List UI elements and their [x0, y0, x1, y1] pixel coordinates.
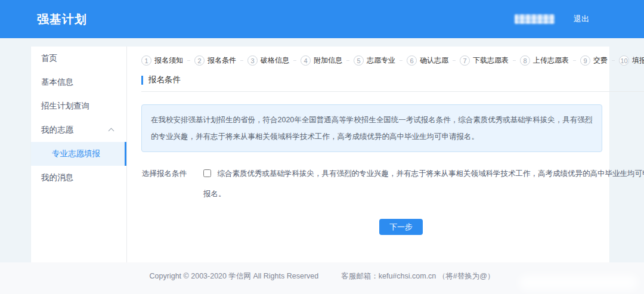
- sidebar-item-basic-info[interactable]: 基本信息: [31, 70, 126, 94]
- sidebar-item-label: 招生计划查询: [41, 101, 89, 112]
- eligibility-notice: 在我校安排强基计划招生的省份，符合2020年全国普通高等学校招生全国统一考试报名…: [141, 104, 602, 152]
- logout-link[interactable]: 退出: [574, 14, 589, 24]
- app-title: 强基计划: [37, 11, 87, 27]
- content-wrap: 首页 基本信息 招生计划查询 我的志愿 专业志愿填报 我的消息 1: [0, 38, 644, 262]
- choose-condition-label: 选择报名条件: [141, 163, 187, 204]
- step-label: 报名须知: [154, 55, 183, 66]
- application-stepper: 1 报名须知 2 报名条件 3 破格信息 4 附加信息: [141, 55, 644, 66]
- next-step-button[interactable]: 下一步: [379, 219, 423, 235]
- chevron-up-icon: [109, 128, 114, 134]
- step-preferred-majors: 5 志愿专业: [354, 55, 395, 66]
- service-email-text: 客服邮箱：kefu#chsi.com.cn （将#替换为@）: [341, 271, 494, 281]
- condition-checkbox-label[interactable]: 综合素质优秀或基础学科拔尖，具有强烈的专业兴趣，并有志于将来从事相关领域科学技术…: [203, 163, 644, 204]
- step-label: 破格信息: [261, 55, 289, 66]
- step-separator: [612, 60, 615, 61]
- step-separator: [400, 60, 402, 61]
- app-header: 强基计划 退出: [0, 0, 644, 38]
- sidebar-item-my-preferences[interactable]: 我的志愿: [31, 118, 126, 142]
- sidebar-item-my-messages[interactable]: 我的消息: [31, 166, 126, 190]
- step-payment: 9 交费: [580, 55, 608, 66]
- step-separator: [513, 60, 516, 61]
- step-label: 填报完成: [632, 55, 644, 66]
- sidebar: 首页 基本信息 招生计划查询 我的志愿 专业志愿填报 我的消息: [31, 47, 127, 262]
- sidebar-item-major-preference-filling[interactable]: 专业志愿填报: [31, 142, 126, 166]
- step-separator: [293, 60, 296, 61]
- copyright-text: Copyright © 2003-2020 学信网 All Rights Res…: [150, 271, 319, 281]
- step-number: 6: [407, 55, 417, 66]
- step-label: 上传志愿表: [533, 55, 569, 66]
- sidebar-item-enrollment-plan-query[interactable]: 招生计划查询: [31, 94, 126, 118]
- header-right: 退出: [515, 14, 589, 24]
- step-number: 10: [619, 55, 629, 66]
- step-separator: [240, 60, 243, 61]
- step-label: 附加信息: [314, 55, 342, 66]
- step-download-form: 7 下载志愿表: [460, 55, 509, 66]
- step-number: 8: [520, 55, 530, 66]
- section-title: 报名条件: [148, 75, 181, 85]
- step-additional-info: 4 附加信息: [301, 55, 342, 66]
- step-label: 下载志愿表: [473, 55, 509, 66]
- step-number: 5: [354, 55, 364, 66]
- step-separator: [453, 60, 456, 61]
- condition-checkbox-text: 综合素质优秀或基础学科拔尖，具有强烈的专业兴趣，并有志于将来从事相关领域科学技术…: [203, 169, 644, 198]
- step-label: 志愿专业: [367, 55, 395, 66]
- sidebar-item-label: 我的志愿: [41, 125, 73, 135]
- step-confirm-preferences: 6 确认志愿: [407, 55, 448, 66]
- step-separator: [346, 60, 349, 61]
- step-number: 3: [247, 55, 258, 66]
- sidebar-item-label: 基本信息: [41, 77, 73, 88]
- step-number: 2: [194, 55, 205, 66]
- watermark-blur: [519, 275, 638, 290]
- sidebar-item-label: 专业志愿填报: [52, 148, 100, 159]
- step-separator: [573, 60, 576, 61]
- section-header: 报名条件: [141, 75, 644, 92]
- step-exception-info: 3 破格信息: [247, 55, 289, 66]
- step-application-conditions: 2 报名条件: [194, 55, 236, 66]
- sidebar-item-home[interactable]: 首页: [31, 47, 126, 70]
- step-application-notice: 1 报名须知: [141, 55, 183, 66]
- sidebar-item-label: 我的消息: [41, 172, 73, 183]
- title-accent-bar: [141, 76, 143, 85]
- main-content: 1 报名须知 2 报名条件 3 破格信息 4 附加信息: [127, 47, 644, 262]
- username-redacted: [515, 14, 555, 24]
- step-label: 报名条件: [208, 55, 236, 66]
- step-number: 4: [301, 55, 311, 66]
- condition-checkbox[interactable]: [203, 169, 211, 177]
- step-number: 9: [580, 55, 590, 66]
- step-upload-form: 8 上传志愿表: [520, 55, 569, 66]
- step-completed: 10 填报完成: [619, 55, 644, 66]
- main-card: 首页 基本信息 招生计划查询 我的志愿 专业志愿填报 我的消息 1: [31, 47, 609, 262]
- button-row: 下一步: [141, 219, 644, 235]
- step-label: 交费: [593, 55, 608, 66]
- step-number: 1: [141, 55, 151, 66]
- step-label: 确认志愿: [420, 55, 448, 66]
- step-separator: [187, 60, 190, 61]
- step-number: 7: [460, 55, 470, 66]
- condition-select-row: 选择报名条件 综合素质优秀或基础学科拔尖，具有强烈的专业兴趣，并有志于将来从事相…: [141, 163, 644, 204]
- sidebar-item-label: 首页: [41, 53, 57, 64]
- page-footer: Copyright © 2003-2020 学信网 All Rights Res…: [0, 262, 644, 294]
